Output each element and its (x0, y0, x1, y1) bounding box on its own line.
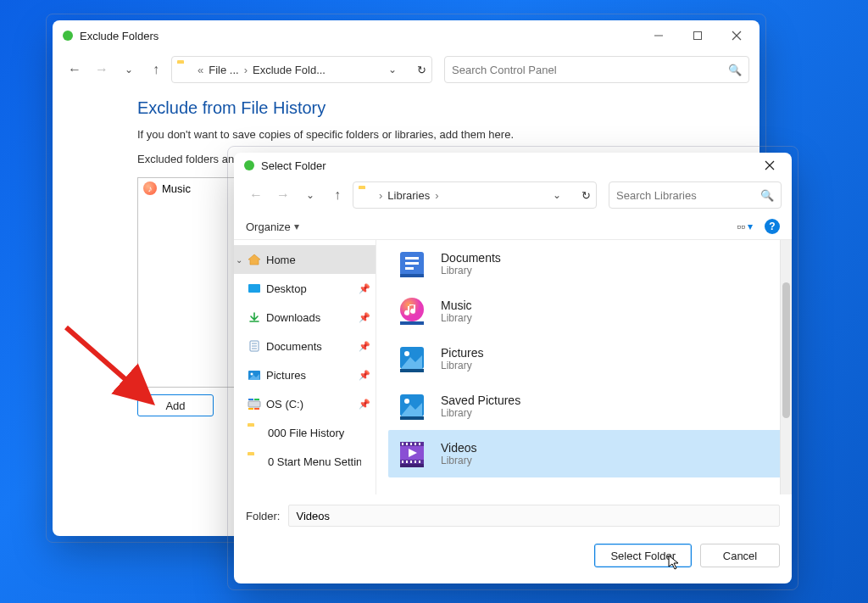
list-item-label: Music (162, 182, 191, 195)
nav-item-drive-c[interactable]: OS (C:)📌 (234, 389, 376, 418)
svg-rect-40 (402, 461, 403, 463)
breadcrumb-seg[interactable]: Libraries (387, 189, 430, 202)
download-icon (248, 311, 261, 323)
svg-rect-38 (415, 443, 416, 445)
window-title: Exclude Folders (80, 30, 159, 42)
svg-rect-23 (400, 274, 424, 277)
page-description: If you don't want to save copies of spec… (137, 128, 719, 141)
svg-rect-43 (415, 461, 416, 463)
titlebar: Exclude Folders (53, 20, 760, 51)
pictures-icon (248, 369, 261, 381)
videos-library-icon (395, 437, 429, 471)
nav-recent-button[interactable]: ⌄ (117, 58, 141, 81)
pin-icon: 📌 (359, 399, 370, 410)
close-button[interactable] (717, 22, 756, 49)
nav-back-button[interactable]: ← (244, 183, 268, 207)
nav-item-downloads[interactable]: Downloads📌 (234, 303, 376, 332)
saved-pictures-library-icon (395, 389, 429, 423)
chevron-down-icon[interactable]: ⌄ (553, 189, 561, 201)
svg-rect-28 (400, 369, 424, 372)
svg-rect-36 (406, 443, 408, 445)
folder-icon (248, 455, 263, 468)
select-folder-button[interactable]: Select Folder (594, 544, 692, 567)
pin-icon: 📌 (359, 283, 370, 294)
breadcrumb-seg[interactable]: File ... (209, 64, 238, 76)
help-button[interactable]: ? (765, 219, 780, 234)
home-icon (248, 254, 261, 265)
nav-item-folder[interactable]: 0 Start Menu Settings (234, 447, 376, 476)
pictures-library-icon (395, 342, 429, 376)
nav-item-folder[interactable]: 000 File History (234, 418, 376, 447)
music-library-icon (395, 294, 429, 328)
nav-up-button[interactable]: ↑ (326, 183, 349, 207)
folder-field-label: Folder: (246, 510, 280, 522)
maximize-button[interactable] (678, 22, 717, 49)
search-icon: 🔍 (760, 189, 774, 202)
pin-icon: 📌 (359, 312, 370, 323)
nav-up-button[interactable]: ↑ (144, 58, 168, 81)
document-icon (248, 340, 261, 352)
minimize-button[interactable] (639, 22, 678, 49)
nav-recent-button[interactable]: ⌄ (298, 183, 322, 207)
scrollbar-thumb[interactable] (782, 282, 790, 418)
dialog-toolbar: ← → ⌄ ↑ › Libraries › ⌄ ↻ Search Librari… (234, 178, 792, 215)
close-button[interactable] (753, 154, 787, 177)
svg-rect-35 (402, 443, 403, 445)
list-item-documents[interactable]: DocumentsLibrary (388, 240, 782, 288)
svg-rect-25 (400, 321, 424, 325)
drive-icon (248, 398, 261, 410)
search-box[interactable]: Search Control Panel 🔍 (444, 56, 749, 83)
dialog-titlebar: Select Folder (234, 153, 792, 178)
refresh-icon[interactable]: ↻ (581, 189, 591, 202)
list-item-videos[interactable]: VideosLibrary (388, 430, 782, 477)
app-icon (244, 159, 254, 172)
svg-rect-20 (405, 257, 419, 260)
nav-back-button[interactable]: ← (63, 58, 86, 81)
dialog-title: Select Folder (261, 159, 326, 172)
chevron-down-icon[interactable]: ⌄ (388, 64, 397, 75)
add-button[interactable]: Add (137, 394, 214, 416)
app-icon (63, 30, 73, 42)
nav-tree[interactable]: ⌄ Home Desktop📌 Downloads📌 Documents📌 Pi… (234, 240, 376, 494)
breadcrumb-seg[interactable]: Exclude Fold... (253, 64, 326, 76)
folder-content[interactable]: DocumentsLibrary MusicLibrary PicturesLi… (376, 240, 792, 494)
view-options-button[interactable]: ▫▫ ▾ (737, 220, 753, 233)
folder-icon (177, 63, 192, 76)
svg-rect-7 (248, 284, 260, 293)
search-placeholder: Search Control Panel (452, 64, 557, 76)
svg-rect-45 (400, 464, 424, 467)
nav-item-desktop[interactable]: Desktop📌 (234, 274, 376, 303)
svg-rect-42 (410, 461, 412, 463)
scrollbar[interactable] (780, 240, 792, 494)
collapse-caret-icon[interactable]: ⌄ (236, 255, 242, 265)
desktop-icon (248, 282, 261, 294)
refresh-icon[interactable]: ↻ (417, 64, 426, 76)
nav-item-pictures[interactable]: Pictures📌 (234, 360, 376, 389)
list-item-saved-pictures[interactable]: Saved PicturesLibrary (388, 382, 782, 430)
svg-rect-21 (405, 262, 419, 265)
svg-rect-1 (694, 32, 702, 40)
search-box[interactable]: Search Libraries 🔍 (609, 181, 782, 209)
nav-item-documents[interactable]: Documents📌 (234, 332, 376, 360)
nav-forward-button[interactable]: → (90, 58, 114, 81)
list-item-music[interactable]: MusicLibrary (388, 288, 782, 335)
folder-name-input[interactable] (288, 505, 780, 527)
search-icon: 🔍 (728, 64, 742, 76)
svg-rect-17 (248, 408, 253, 410)
cancel-button[interactable]: Cancel (700, 544, 780, 567)
svg-point-30 (404, 399, 409, 404)
organize-menu[interactable]: Organize▾ (246, 221, 299, 233)
address-bar[interactable]: « File ... › Exclude Fold... ⌄ ↻ (171, 56, 432, 83)
page-heading: Exclude from File History (137, 98, 719, 118)
svg-rect-16 (254, 399, 259, 400)
nav-forward-button[interactable]: → (271, 183, 295, 207)
address-bar[interactable]: › Libraries › ⌄ ↻ (353, 181, 597, 209)
nav-item-home[interactable]: ⌄ Home (234, 245, 376, 274)
svg-rect-37 (410, 443, 412, 445)
list-item-pictures[interactable]: PicturesLibrary (388, 335, 782, 382)
svg-rect-41 (406, 461, 408, 463)
svg-rect-18 (254, 408, 259, 410)
svg-rect-22 (405, 267, 414, 270)
documents-library-icon (395, 247, 429, 281)
svg-point-13 (251, 373, 253, 376)
